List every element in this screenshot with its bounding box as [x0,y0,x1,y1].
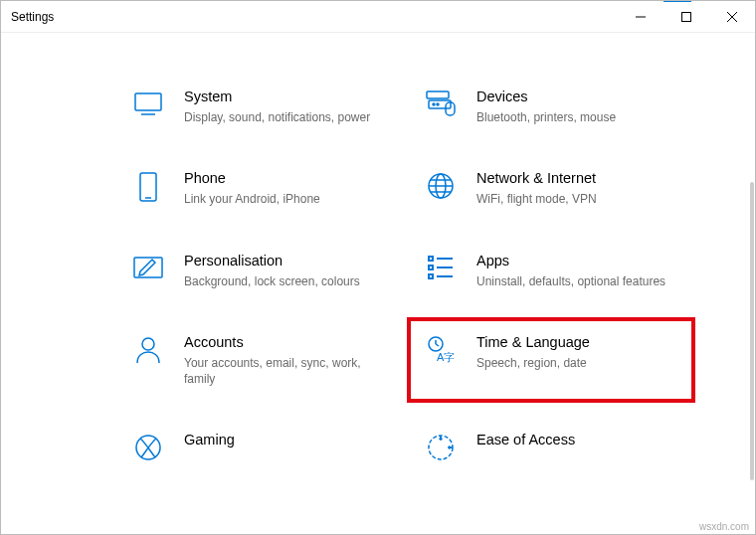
svg-rect-18 [134,258,162,277]
tile-title: Ease of Access [476,431,675,448]
tile-desc: WiFi, flight mode, VPN [476,191,675,207]
paintbrush-icon [130,252,166,281]
apps-list-icon [423,252,459,281]
svg-text:A字: A字 [437,351,455,363]
tile-desc: Bluetooth, printers, mouse [476,109,675,125]
minimize-button[interactable] [618,1,663,33]
svg-rect-6 [427,91,449,98]
tile-ease-of-access[interactable]: Ease of Access [423,431,675,462]
tile-phone[interactable]: Phone Link your Android, iPhone [130,169,383,207]
tile-apps[interactable]: Apps Uninstall, defaults, optional featu… [423,252,675,289]
tile-title: Phone [184,169,383,187]
ease-of-access-icon [423,431,459,462]
svg-point-9 [437,103,439,105]
tile-desc: Display, sound, notifications, power [184,109,383,125]
tile-title: Personalisation [184,252,383,269]
tile-title: System [184,88,383,105]
tile-desc: Link your Android, iPhone [184,191,383,207]
watermark: wsxdn.com [699,521,749,532]
tile-devices[interactable]: Devices Bluetooth, printers, mouse [423,88,675,125]
globe-icon [423,169,459,201]
tile-title: Accounts [184,333,383,351]
time-language-icon: A字 [423,333,459,365]
phone-icon [130,169,166,203]
maximize-button[interactable] [663,1,709,33]
window-controls [618,1,755,33]
svg-point-8 [433,103,435,105]
svg-line-28 [436,344,439,346]
svg-rect-11 [140,173,156,201]
close-icon [727,12,737,22]
tile-desc: Speech, region, date [476,355,675,371]
tile-title: Network & Internet [476,169,675,187]
svg-rect-21 [429,266,433,269]
tile-title: Devices [476,88,675,105]
window-accent-bar [663,0,691,2]
person-icon [130,333,166,365]
settings-grid: System Display, sound, notifications, po… [1,33,755,472]
tile-accounts[interactable]: Accounts Your accounts, email, sync, wor… [130,333,383,388]
svg-rect-23 [429,274,433,278]
tile-network[interactable]: Network & Internet WiFi, flight mode, VP… [423,169,675,207]
devices-icon [423,88,459,117]
minimize-icon [636,12,646,22]
scrollbar[interactable] [750,182,754,480]
tile-desc: Background, lock screen, colours [184,273,383,289]
svg-rect-19 [429,257,433,261]
system-icon [130,88,166,117]
titlebar: Settings [1,1,755,33]
tile-gaming[interactable]: Gaming [130,431,383,462]
tile-title: Apps [476,252,675,269]
tile-title: Time & Language [476,333,675,351]
tile-desc: Uninstall, defaults, optional features [476,273,675,289]
svg-point-25 [142,338,154,350]
xbox-icon [130,431,166,462]
close-button[interactable] [709,1,755,33]
maximize-icon [681,12,691,22]
tile-title: Gaming [184,431,383,448]
tile-personalisation[interactable]: Personalisation Background, lock screen,… [130,252,383,289]
content-area: System Display, sound, notifications, po… [1,33,755,534]
tile-time-language[interactable]: A字 Time & Language Speech, region, date [409,319,693,402]
svg-rect-4 [135,93,161,110]
svg-rect-1 [682,12,691,21]
tile-desc: Your accounts, email, sync, work, family [184,355,383,387]
window-title: Settings [11,10,618,24]
tile-system[interactable]: System Display, sound, notifications, po… [130,88,383,125]
